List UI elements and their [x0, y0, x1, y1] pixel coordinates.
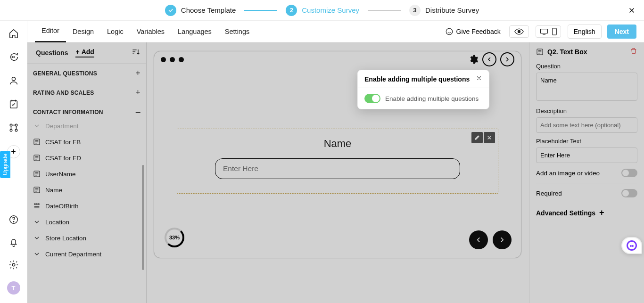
step-label: Choose Template [181, 6, 236, 14]
stepper-line [368, 10, 401, 11]
step-label: Distribute Survey [425, 6, 479, 14]
home-icon[interactable] [8, 27, 20, 40]
svg-point-15 [12, 263, 15, 266]
multi-question-popover: Enable adding multiple questions Enable … [357, 70, 489, 109]
svg-point-10 [15, 124, 17, 126]
chat-icon[interactable] [8, 51, 20, 63]
bell-icon[interactable] [8, 236, 20, 248]
device-preview-group [536, 25, 561, 38]
svg-point-6 [14, 57, 15, 57]
svg-point-12 [15, 129, 17, 131]
give-feedback-button[interactable]: Give Feedback [445, 27, 501, 36]
svg-rect-3 [552, 28, 556, 34]
svg-rect-2 [540, 29, 547, 33]
tab-settings[interactable]: Settings [218, 21, 256, 42]
step-label: Customize Survey [302, 6, 359, 14]
flow-icon[interactable] [8, 122, 20, 134]
popover-title: Enable adding multiple questions [364, 75, 470, 83]
mobile-icon[interactable] [552, 28, 557, 35]
step-number-icon: 2 [286, 5, 297, 16]
svg-point-1 [518, 30, 520, 33]
tab-languages[interactable]: Languages [171, 21, 218, 42]
step-customize-survey[interactable]: 2 Customize Survey [286, 5, 359, 16]
feedback-icon [445, 27, 454, 36]
upgrade-button[interactable]: Upgrade [0, 151, 10, 178]
language-label: English [574, 28, 595, 35]
tab-design[interactable]: Design [66, 21, 100, 42]
next-button[interactable]: Next [607, 25, 636, 39]
editor-toolbar: Editor Design Logic Variables Languages … [27, 21, 644, 42]
close-icon [628, 7, 636, 14]
multi-question-toggle[interactable] [364, 94, 380, 103]
popover-body-text: Enable adding multiple questions [385, 95, 479, 102]
popover-close-button[interactable] [476, 75, 482, 83]
step-distribute-survey[interactable]: 3 Distribute Survey [409, 5, 479, 16]
tab-variables[interactable]: Variables [130, 21, 171, 42]
chat-widget-button[interactable] [621, 237, 642, 254]
close-wizard-button[interactable] [626, 5, 637, 16]
preview-button[interactable] [509, 25, 529, 38]
user-icon[interactable] [8, 74, 20, 87]
language-select[interactable]: English [568, 25, 602, 39]
tab-editor[interactable]: Editor [35, 21, 66, 42]
svg-point-9 [10, 124, 12, 126]
dim-overlay [27, 42, 644, 303]
eye-icon [514, 28, 524, 35]
wizard-stepper: Choose Template 2 Customize Survey 3 Dis… [0, 0, 644, 21]
help-icon[interactable] [8, 213, 20, 226]
svg-point-14 [13, 221, 14, 222]
tab-logic[interactable]: Logic [100, 21, 130, 42]
svg-point-11 [10, 129, 12, 131]
svg-point-7 [12, 77, 15, 81]
stepper-line [244, 10, 277, 11]
settings-icon[interactable] [8, 259, 20, 271]
check-icon [165, 5, 176, 16]
svg-point-0 [446, 28, 453, 35]
workspace: Questions + Add GENERAL QUESTIONS + RATI… [27, 42, 644, 303]
desktop-icon[interactable] [540, 28, 548, 35]
tasks-icon[interactable] [8, 98, 20, 110]
feedback-label: Give Feedback [456, 28, 501, 35]
svg-point-5 [12, 57, 13, 57]
step-number-icon: 3 [409, 5, 421, 16]
avatar[interactable]: T [7, 281, 20, 295]
chat-widget-icon [627, 240, 637, 251]
step-choose-template[interactable]: Choose Template [165, 5, 236, 16]
